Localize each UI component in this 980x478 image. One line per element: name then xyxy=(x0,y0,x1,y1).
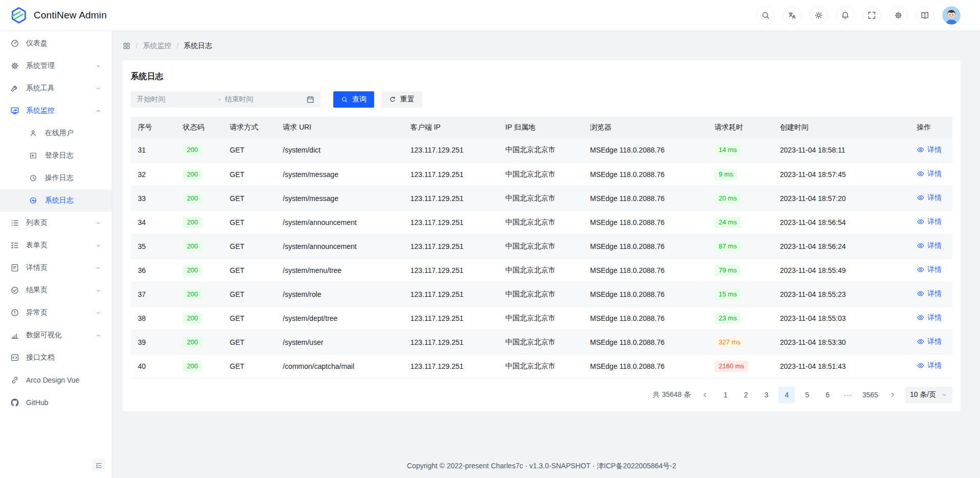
topbar-action-button[interactable] xyxy=(836,6,854,24)
end-time-placeholder: 结束时间 xyxy=(225,95,302,104)
cell-index: 35 xyxy=(131,234,176,258)
sidebar-collapse-button[interactable] xyxy=(92,459,105,472)
sidebar-item[interactable]: 接口文档 xyxy=(0,346,112,369)
elapsed-badge: 24 ms xyxy=(715,217,741,228)
sidebar-item[interactable]: 操作日志 xyxy=(0,167,112,189)
cell-ip-location: 中国北京北京市 xyxy=(498,234,583,258)
sidebar-item[interactable]: 系统管理 xyxy=(0,55,112,77)
topbar-action-button[interactable] xyxy=(810,6,828,24)
cell-client-ip: 123.117.129.251 xyxy=(403,330,498,354)
detail-link[interactable]: 详情 xyxy=(917,361,942,370)
detail-link[interactable]: 详情 xyxy=(917,337,942,346)
detail-link[interactable]: 详情 xyxy=(917,265,942,274)
sidebar-item[interactable]: Arco Design Vue xyxy=(0,369,112,391)
cell-client-ip: 123.117.129.251 xyxy=(403,234,498,258)
menu-fold-icon xyxy=(95,462,103,469)
page-number-button[interactable]: 6 xyxy=(819,387,836,403)
breadcrumb: / 系统监控 / 系统日志 xyxy=(122,31,961,60)
status-badge: 200 xyxy=(183,193,202,204)
column-header: 浏览器 xyxy=(583,117,707,138)
sidebar-item[interactable]: 数据可视化 xyxy=(0,324,112,346)
sidebar-item[interactable]: 系统日志 xyxy=(0,189,112,212)
detail-link-label: 详情 xyxy=(927,265,942,274)
cell-client-ip: 123.117.129.251 xyxy=(403,306,498,330)
topbar-action-button[interactable] xyxy=(916,6,934,24)
status-badge: 200 xyxy=(183,217,202,228)
sidebar-item-label: 异常页 xyxy=(26,308,88,317)
breadcrumb-item-parent[interactable]: 系统监控 xyxy=(143,41,172,51)
cell-browser: MSEdge 118.0.2088.76 xyxy=(583,138,707,162)
detail-link[interactable]: 详情 xyxy=(917,241,942,250)
prev-page-button[interactable] xyxy=(697,387,713,403)
gear-icon xyxy=(894,11,903,20)
sidebar-item-label: 系统管理 xyxy=(26,61,88,70)
sidebar-item[interactable]: 仪表盘 xyxy=(0,32,112,55)
sidebar-item-label: 仪表盘 xyxy=(26,39,102,48)
sidebar-item-label: 登录日志 xyxy=(45,151,102,160)
column-header: 客户端 IP xyxy=(403,117,498,138)
breadcrumb-separator: / xyxy=(136,42,138,50)
sidebar-item[interactable]: 详情页 xyxy=(0,257,112,279)
page-number-button[interactable]: 3 xyxy=(758,387,774,403)
sidebar-item-label: 接口文档 xyxy=(26,353,102,362)
search-icon xyxy=(341,96,348,103)
sidebar-item[interactable]: 列表页 xyxy=(0,212,112,234)
translate-icon xyxy=(788,11,797,20)
elapsed-badge: 20 ms xyxy=(715,193,741,204)
eye-icon xyxy=(917,146,924,154)
detail-link[interactable]: 详情 xyxy=(917,217,942,227)
column-header: IP 归属地 xyxy=(498,117,583,138)
cell-method: GET xyxy=(223,354,276,378)
topbar-action-button[interactable] xyxy=(889,6,908,24)
apps-grid-icon[interactable] xyxy=(122,42,131,50)
page-number-button[interactable]: 3565 xyxy=(860,387,880,403)
topbar-action-button[interactable] xyxy=(756,6,775,24)
detail-link[interactable]: 详情 xyxy=(917,193,942,203)
cell-client-ip: 123.117.129.251 xyxy=(403,354,498,378)
sidebar-item[interactable]: 系统监控 xyxy=(0,99,112,122)
page-number-button[interactable]: ··· xyxy=(840,387,856,403)
sidebar-item[interactable]: 异常页 xyxy=(0,301,112,324)
cell-method: GET xyxy=(223,282,276,306)
eye-icon xyxy=(917,170,924,178)
sidebar-item[interactable]: GitHub xyxy=(0,391,112,414)
detail-link[interactable]: 详情 xyxy=(917,169,942,179)
login-icon xyxy=(29,152,37,160)
user-avatar[interactable] xyxy=(942,6,961,24)
topbar-action-button[interactable] xyxy=(783,6,801,24)
pagination-total: 共 35648 条 xyxy=(653,390,691,399)
column-header: 状态码 xyxy=(176,117,223,138)
pulse-icon xyxy=(29,196,37,205)
sidebar-item[interactable]: 结果页 xyxy=(0,279,112,301)
status-badge: 200 xyxy=(183,169,202,180)
cell-uri: /system/dept/tree xyxy=(276,306,403,330)
detail-link[interactable]: 详情 xyxy=(917,289,942,298)
detail-link[interactable]: 详情 xyxy=(917,313,942,322)
detail-link[interactable]: 详情 xyxy=(917,145,942,155)
elapsed-badge: 15 ms xyxy=(715,289,741,300)
cell-index: 36 xyxy=(131,258,176,282)
page-number-button[interactable]: 5 xyxy=(799,387,815,403)
page-size-select[interactable]: 10 条/页 xyxy=(905,387,952,403)
page-number-button[interactable]: 1 xyxy=(717,387,733,403)
topbar-action-button[interactable] xyxy=(863,6,881,24)
sidebar-item[interactable]: 系统工具 xyxy=(0,77,112,99)
search-button[interactable]: 查询 xyxy=(333,91,374,108)
reset-button[interactable]: 重置 xyxy=(381,91,422,108)
page-number-button[interactable]: 2 xyxy=(738,387,754,403)
sidebar-item[interactable]: 表单页 xyxy=(0,234,112,257)
sidebar-item[interactable]: 登录日志 xyxy=(0,144,112,167)
chevron-down-icon xyxy=(95,287,102,294)
chevron-right-icon xyxy=(889,391,896,398)
exclamation-circle-icon xyxy=(10,308,19,317)
github-icon xyxy=(10,398,19,407)
page-number-button[interactable]: 4 xyxy=(778,387,795,403)
cell-client-ip: 123.117.129.251 xyxy=(403,210,498,234)
next-page-button[interactable] xyxy=(885,387,901,403)
detail-link-label: 详情 xyxy=(927,289,942,298)
date-range-input[interactable]: 开始时间 - 结束时间 xyxy=(131,91,321,108)
avatar-image xyxy=(942,6,961,24)
sidebar-item[interactable]: 在线用户 xyxy=(0,122,112,144)
table-row: 37 200 GET /system/role 123.117.129.251 … xyxy=(131,282,952,306)
eye-icon xyxy=(917,338,924,345)
